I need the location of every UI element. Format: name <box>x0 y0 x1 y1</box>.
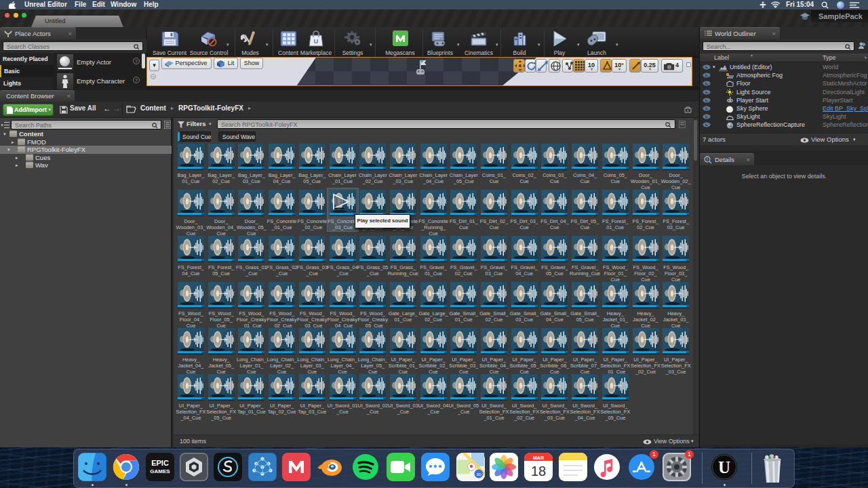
svg-text:GAMES: GAMES <box>150 468 170 474</box>
svg-text:U: U <box>314 38 319 45</box>
svg-text:18: 18 <box>531 464 546 479</box>
svg-text:U: U <box>718 458 730 476</box>
svg-text:3D: 3D <box>476 472 481 476</box>
svg-text:EPIC: EPIC <box>151 459 169 467</box>
svg-text:MAR: MAR <box>533 455 544 460</box>
svg-text:i: i <box>707 157 708 161</box>
